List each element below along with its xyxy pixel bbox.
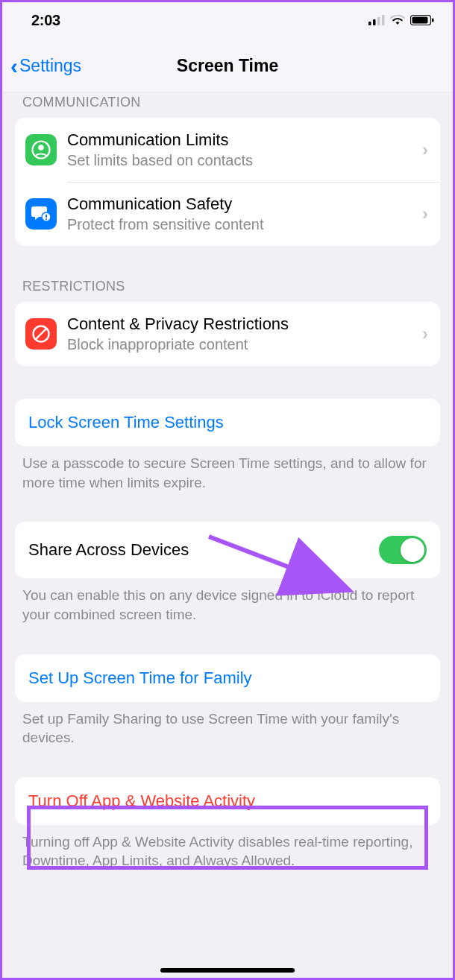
person-circle-icon: [25, 134, 57, 165]
row-content-privacy[interactable]: Content & Privacy Restrictions Block ina…: [15, 302, 440, 366]
svg-line-13: [36, 329, 46, 339]
share-devices-toggle[interactable]: [379, 536, 427, 564]
status-icons: [368, 15, 434, 25]
status-bar: 2:03: [0, 0, 455, 40]
svg-rect-2: [377, 17, 380, 25]
wifi-icon: [390, 15, 405, 25]
row-title: Communication Limits: [67, 130, 419, 151]
row-label: Share Across Devices: [28, 540, 189, 560]
row-communication-safety[interactable]: Communication Safety Protect from sensit…: [15, 182, 440, 246]
turn-off-card: Turn Off App & Website Activity: [15, 777, 440, 825]
lock-settings-card: Lock Screen Time Settings: [15, 399, 440, 446]
svg-rect-0: [368, 22, 371, 25]
svg-rect-10: [46, 215, 47, 218]
no-entry-icon: [25, 318, 57, 350]
chevron-right-icon: ›: [419, 323, 431, 344]
restrictions-card: Content & Privacy Restrictions Block ina…: [15, 302, 440, 366]
section-header-restrictions: RESTRICTIONS: [22, 279, 440, 294]
chevron-left-icon: ‹: [10, 55, 18, 78]
row-subtitle: Set limits based on contacts: [67, 151, 419, 170]
family-card: Set Up Screen Time for Family: [15, 654, 440, 702]
lock-screen-time-button[interactable]: Lock Screen Time Settings: [15, 399, 440, 446]
back-button[interactable]: ‹ Settings: [10, 55, 81, 78]
cellular-icon: [368, 15, 385, 25]
section-header-communication: COMMUNICATION: [22, 92, 440, 110]
turn-off-help-text: Turning off App & Website Activity disab…: [15, 825, 440, 870]
turn-off-activity-button[interactable]: Turn Off App & Website Activity: [15, 777, 440, 825]
svg-point-11: [46, 218, 47, 220]
content-area: COMMUNICATION Communication Limits Set l…: [0, 92, 455, 980]
svg-rect-3: [382, 15, 385, 25]
chevron-right-icon: ›: [419, 203, 431, 224]
row-subtitle: Block inappropriate content: [67, 335, 419, 354]
nav-header: ‹ Settings Screen Time: [0, 40, 455, 92]
share-devices-card: Share Across Devices: [15, 522, 440, 578]
home-indicator[interactable]: [160, 968, 295, 973]
battery-icon: [410, 15, 434, 25]
row-subtitle: Protect from sensitive content: [67, 215, 419, 234]
row-share-across-devices: Share Across Devices: [15, 522, 440, 578]
chat-alert-icon: [25, 198, 57, 230]
setup-family-button[interactable]: Set Up Screen Time for Family: [15, 654, 440, 702]
svg-rect-5: [412, 17, 428, 24]
row-title: Communication Safety: [67, 194, 419, 215]
share-help-text: You can enable this on any device signed…: [15, 578, 440, 624]
lock-help-text: Use a passcode to secure Screen Time set…: [15, 446, 440, 492]
row-communication-limits[interactable]: Communication Limits Set limits based on…: [15, 118, 440, 182]
back-label: Settings: [19, 56, 81, 76]
family-help-text: Set up Family Sharing to use Screen Time…: [15, 702, 440, 747]
svg-rect-1: [373, 19, 376, 25]
row-title: Content & Privacy Restrictions: [67, 314, 419, 335]
svg-rect-6: [432, 19, 434, 22]
svg-point-8: [38, 145, 44, 151]
status-time: 2:03: [31, 12, 60, 29]
communication-card: Communication Limits Set limits based on…: [15, 118, 440, 246]
chevron-right-icon: ›: [419, 139, 431, 160]
